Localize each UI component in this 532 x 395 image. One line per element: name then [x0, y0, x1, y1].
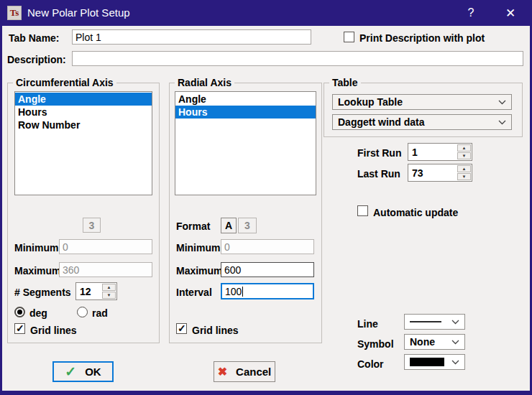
x-icon	[218, 365, 227, 378]
circumferential-axis-list[interactable]: Angle Hours Row Number	[14, 91, 152, 195]
line-label: Line	[357, 318, 378, 330]
radial-interval-field[interactable]: 100	[221, 283, 314, 299]
last-run-label: Last Run	[357, 168, 400, 180]
first-run-stepper[interactable]: 1	[408, 143, 472, 161]
chevron-down-icon	[451, 340, 459, 345]
circumferential-grid-lines-checkbox[interactable]	[14, 323, 25, 334]
table-dataset-value: Daggett wind data	[338, 116, 425, 128]
circumferential-minimum-field: 0	[59, 239, 152, 254]
circumferential-digits-field: 3	[83, 218, 101, 233]
close-icon[interactable]: ✕	[495, 0, 526, 26]
segments-label: # Segments	[14, 287, 71, 298]
print-description-label: Print Description with plot	[359, 32, 485, 44]
spinner-down-icon[interactable]	[457, 152, 471, 159]
ok-button-label: OK	[85, 366, 101, 378]
help-icon[interactable]: ?	[455, 0, 487, 26]
line-style-dropdown[interactable]	[404, 314, 465, 330]
list-item[interactable]: Row Number	[15, 118, 152, 131]
color-swatch	[410, 358, 444, 366]
circumferential-maximum-label: Maximum	[14, 265, 61, 276]
deg-label: deg	[29, 307, 47, 319]
list-item[interactable]: Angle	[175, 93, 316, 106]
chevron-down-icon	[451, 360, 459, 365]
window-title: New Polar Plot Setup	[27, 6, 130, 19]
description-input[interactable]	[72, 51, 523, 66]
spinner-up-icon[interactable]	[457, 165, 471, 172]
radial-minimum-label: Minimum	[176, 242, 220, 254]
radial-maximum-label: Maximum	[176, 265, 223, 276]
cancel-button[interactable]: Cancel	[214, 361, 275, 382]
app-icon: Ts	[7, 6, 22, 20]
format-button[interactable]: A	[221, 218, 237, 233]
format-label: Format	[176, 220, 210, 232]
table-type-dropdown[interactable]: Lookup Table	[332, 94, 512, 110]
spinner-up-icon[interactable]	[457, 144, 471, 152]
radial-grid-lines-label: Grid lines	[192, 325, 239, 336]
last-run-value: 73	[409, 165, 457, 180]
tab-name-input[interactable]: Plot 1	[72, 29, 311, 45]
table-dataset-dropdown[interactable]: Daggett wind data	[332, 114, 512, 130]
table-type-value: Lookup Table	[338, 96, 403, 108]
list-item[interactable]: Hours	[175, 106, 316, 118]
radial-axis-list[interactable]: Angle Hours	[175, 91, 316, 195]
chevron-down-icon	[498, 120, 506, 125]
radial-interval-value: 100	[225, 286, 242, 297]
color-dropdown[interactable]	[404, 354, 465, 370]
ok-button[interactable]: OK	[52, 361, 114, 382]
rad-label: rad	[92, 307, 108, 319]
rad-radio[interactable]	[77, 307, 88, 317]
spinner-down-icon[interactable]	[457, 173, 471, 180]
text-caret	[242, 287, 243, 297]
radial-axis-title: Radial Axis	[175, 77, 234, 88]
line-style-preview	[410, 321, 441, 322]
circumferential-axis-title: Circumferential Axis	[13, 77, 116, 88]
list-item[interactable]: Hours	[15, 106, 152, 118]
chevron-down-icon	[498, 100, 506, 105]
radial-maximum-field[interactable]: 600	[221, 262, 314, 277]
spinner-up-icon[interactable]	[102, 284, 116, 291]
radial-minimum-field: 0	[221, 239, 314, 254]
automatic-update-label: Automatic update	[373, 207, 458, 218]
tab-name-label: Tab Name:	[9, 32, 60, 44]
circumferential-maximum-field: 360	[59, 262, 152, 277]
deg-radio[interactable]	[14, 307, 25, 317]
list-item[interactable]: Angle	[15, 93, 152, 106]
description-label: Description:	[7, 54, 66, 65]
radial-digits-field: 3	[238, 218, 257, 233]
symbol-dropdown[interactable]: None	[404, 334, 465, 350]
titlebar[interactable]: Ts New Polar Plot Setup ? ✕	[0, 0, 532, 26]
automatic-update-checkbox[interactable]	[357, 205, 368, 216]
dialog-window: Ts New Polar Plot Setup ? ✕ Tab Name: Pl…	[0, 0, 532, 395]
last-run-stepper[interactable]: 73	[408, 164, 472, 182]
segments-stepper[interactable]: 12	[75, 282, 117, 300]
circumferential-grid-lines-label: Grid lines	[30, 325, 77, 336]
symbol-label: Symbol	[357, 338, 394, 350]
spinner-down-icon[interactable]	[102, 292, 116, 299]
first-run-label: First Run	[357, 147, 401, 159]
print-description-checkbox[interactable]	[344, 32, 354, 42]
check-icon	[65, 363, 76, 380]
radial-interval-label: Interval	[176, 287, 212, 298]
color-label: Color	[357, 358, 384, 370]
radial-grid-lines-checkbox[interactable]	[176, 323, 187, 334]
circumferential-minimum-label: Minimum	[14, 242, 58, 254]
table-title: Table	[329, 77, 361, 88]
segments-value: 12	[77, 284, 102, 299]
chevron-down-icon	[451, 320, 459, 325]
first-run-value: 1	[409, 144, 457, 159]
cancel-button-label: Cancel	[236, 366, 271, 378]
symbol-value: None	[410, 336, 435, 348]
